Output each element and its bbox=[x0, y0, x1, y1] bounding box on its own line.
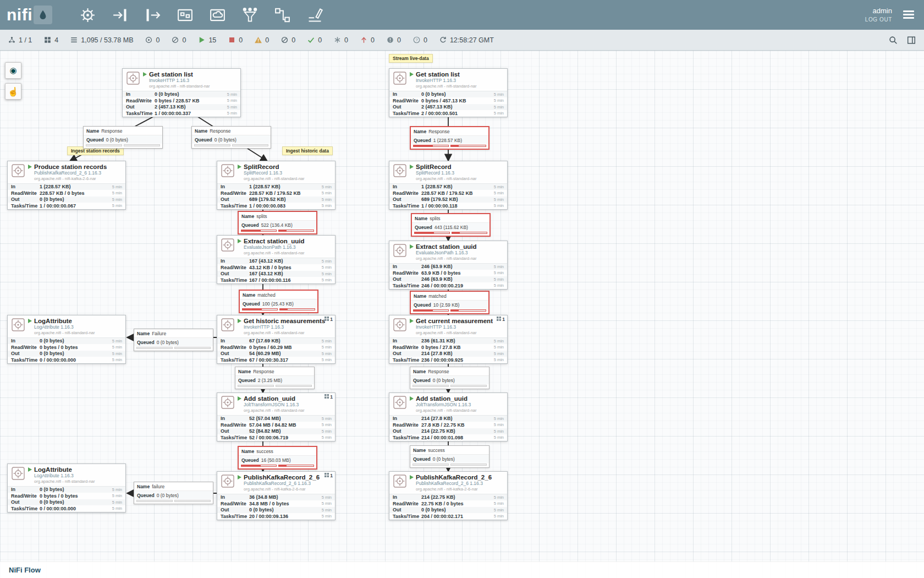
connection-label[interactable]: Name matched Queued 100 (25.43 KB) bbox=[239, 290, 318, 313]
processor-titles: Get current measurement InvokeHTTP 1.16.… bbox=[410, 318, 504, 335]
logout-link[interactable]: LOG OUT bbox=[865, 16, 892, 23]
connection-name-key: Name bbox=[238, 369, 251, 374]
stat-row: Tasks/Time167 / 00:00:00.1165 min bbox=[217, 277, 335, 283]
processor-type-icon bbox=[11, 466, 25, 481]
connection-queued-row: Queued 0 (0 bytes) bbox=[134, 337, 213, 346]
canvas-label[interactable]: Ingest historic data bbox=[282, 146, 333, 155]
connection-label[interactable]: Name Response Queued 0 (0 bytes) bbox=[191, 126, 271, 149]
canvas-label[interactable]: Stream live-data bbox=[389, 54, 433, 63]
processor-name: Produce station records bbox=[34, 163, 107, 170]
output-port-icon[interactable] bbox=[144, 6, 162, 24]
search-icon[interactable] bbox=[888, 35, 898, 45]
connection-label[interactable]: Name splits Queued 443 (115.62 KB) bbox=[411, 213, 491, 237]
stat-value: 2 / 00:00:00.501 bbox=[421, 111, 492, 116]
stat-value: 1 (228.57 KB) bbox=[40, 184, 110, 189]
backpressure-object-bar bbox=[136, 500, 173, 502]
processor-stats: In1 (228.57 KB)5 minRead/Write228.57 KB … bbox=[8, 183, 125, 209]
processor[interactable]: 1 Add station_uuid JoltTransformJSON 1.1… bbox=[217, 392, 336, 441]
stat-value: 63.9 KB / 0 bytes bbox=[421, 270, 492, 276]
connection-queued-row: Queued 0 (0 bytes) bbox=[410, 454, 489, 463]
stat-label: Tasks/Time bbox=[221, 435, 249, 440]
backpressure-size-bar bbox=[174, 347, 211, 349]
operate-palette-button[interactable]: ☝ bbox=[5, 83, 21, 100]
processor[interactable]: 1 PublishKafkaRecord_2_6 PublishKafkaRec… bbox=[217, 471, 336, 520]
navigate-palette-button[interactable]: ◉ bbox=[5, 62, 21, 79]
sync-failure-icon: ? bbox=[413, 36, 421, 44]
processor-icon[interactable] bbox=[79, 6, 97, 24]
nifi-app: nifi admin LOG OUT 1 / 141,095 / 53.78 M… bbox=[0, 0, 924, 578]
processor[interactable]: Get station list InvokeHTTP 1.16.3 org.a… bbox=[122, 68, 241, 117]
processor[interactable]: Extract station_uuid EvaluateJsonPath 1.… bbox=[217, 235, 336, 284]
stat-value: 1 (228.57 KB) bbox=[249, 184, 320, 189]
connection-name-row: Name failure bbox=[134, 482, 213, 490]
transmitting-icon bbox=[145, 36, 153, 44]
status-value-locally-modified-stale: 0 bbox=[397, 36, 401, 44]
backpressure-bars bbox=[134, 346, 213, 351]
process-group-icon[interactable] bbox=[176, 6, 194, 24]
input-port-icon[interactable] bbox=[111, 6, 129, 24]
status-item-active-threads: 4 bbox=[43, 36, 58, 44]
connection-queued: 0 (0 bytes) bbox=[157, 340, 179, 345]
stat-window: 5 min bbox=[322, 339, 332, 343]
stat-label: In bbox=[393, 416, 421, 421]
connection-label[interactable]: Name success Queued 16 (50.03 MB) bbox=[238, 446, 317, 470]
stat-label: Read/Write bbox=[11, 190, 40, 196]
connection-label[interactable]: Name Response Queued 0 (0 bytes) bbox=[83, 126, 163, 149]
connection-queued-row: Queued 0 (0 bytes) bbox=[134, 490, 213, 499]
processor[interactable]: PublishKafkaRecord_2_6 PublishKafkaRecor… bbox=[389, 471, 508, 520]
stat-row: Read/Write34.8 MB / 0 bytes5 min bbox=[217, 500, 335, 507]
stat-row: In1 (228.57 KB)5 min bbox=[8, 184, 125, 190]
connection-label[interactable]: Name Response Queued 1 (228.57 KB) bbox=[410, 126, 490, 150]
connection-queued-key: Queued bbox=[241, 457, 259, 463]
connection-label[interactable]: Name failure Queued 0 (0 bytes) bbox=[134, 482, 213, 504]
current-user: admin bbox=[865, 7, 892, 16]
processor[interactable]: Add station_uuid JoltTransformJSON 1.16.… bbox=[389, 392, 508, 441]
stat-value: 67 (17.69 KB) bbox=[249, 338, 320, 343]
template-icon[interactable] bbox=[273, 6, 292, 24]
locally-modified-icon bbox=[333, 36, 342, 44]
refresh-icon bbox=[439, 36, 447, 44]
connection-label[interactable]: Name Response Queued 2 (3.25 MB) bbox=[235, 367, 315, 389]
funnel-icon[interactable] bbox=[241, 6, 259, 24]
stat-window: 5 min bbox=[112, 500, 122, 505]
processor[interactable]: SplitRecord SplitRecord 1.16.3 org.apach… bbox=[217, 161, 336, 210]
stat-row: In0 (0 bytes)5 min bbox=[123, 91, 240, 98]
stat-row: Out0 (0 bytes)5 min bbox=[8, 351, 125, 357]
processor-titles: Extract station_uuid EvaluateJsonPath 1.… bbox=[238, 238, 332, 255]
connection-label[interactable]: Name Response Queued 0 (0 bytes) bbox=[410, 367, 490, 389]
stat-window: 5 min bbox=[494, 197, 504, 202]
backpressure-bars bbox=[411, 144, 488, 149]
stat-value: 0 (0 bytes) bbox=[421, 507, 492, 512]
status-value-sync-failure: 0 bbox=[424, 36, 427, 44]
remote-process-group-icon[interactable] bbox=[208, 6, 227, 24]
stat-window: 5 min bbox=[494, 514, 504, 519]
connection-queued: 2 (3.25 MB) bbox=[258, 378, 282, 383]
connection-label[interactable]: Name splits Queued 522 (136.4 KB) bbox=[238, 211, 317, 235]
connection-label[interactable]: Name matched Queued 10 (2.59 KB) bbox=[410, 291, 490, 314]
global-menu-button[interactable] bbox=[901, 8, 916, 21]
processor[interactable]: LogAttribute LogAttribute 1.16.3 org.apa… bbox=[7, 464, 126, 512]
connection-label[interactable]: Name success Queued 0 (0 bytes) bbox=[410, 445, 490, 468]
stat-row: Read/Write228.57 KB / 179.52 KB5 min bbox=[389, 190, 507, 197]
stat-value: 27.8 KB / 22.75 KB bbox=[421, 422, 492, 428]
run-status-running-icon bbox=[28, 319, 32, 323]
stat-label: Tasks/Time bbox=[126, 111, 155, 116]
panel-toggle-icon[interactable] bbox=[906, 35, 916, 45]
processor[interactable]: SplitRecord SplitRecord 1.16.3 org.apach… bbox=[389, 161, 508, 210]
connection-queued-key: Queued bbox=[413, 456, 431, 462]
status-item-locally-modified: 0 bbox=[333, 36, 348, 44]
processor[interactable]: Produce station records PublishKafkaReco… bbox=[7, 161, 126, 210]
processor[interactable]: 1 Get current measurement InvokeHTTP 1.1… bbox=[389, 315, 508, 364]
label-icon[interactable] bbox=[306, 6, 324, 24]
processor[interactable]: LogAttribute LogAttribute 1.16.3 org.apa… bbox=[7, 315, 126, 364]
processor[interactable]: 1 Get historic measurements InvokeHTTP 1… bbox=[217, 315, 336, 364]
backpressure-object-bar bbox=[413, 385, 449, 387]
processor[interactable]: Get station list InvokeHTTP 1.16.3 org.a… bbox=[389, 68, 508, 117]
flow-canvas[interactable]: Ingest station recordsIngest historic da… bbox=[0, 51, 924, 578]
connection-queued-row: Queued 0 (0 bytes) bbox=[410, 375, 489, 384]
connection-name-key: Name bbox=[243, 292, 255, 298]
connection-label[interactable]: Name Failure Queued 0 (0 bytes) bbox=[134, 329, 213, 351]
processor[interactable]: Extract station_uuid EvaluateJsonPath 1.… bbox=[389, 241, 508, 290]
breadcrumb-root[interactable]: NiFi Flow bbox=[9, 566, 41, 574]
processor-header: SplitRecord SplitRecord 1.16.3 org.apach… bbox=[217, 161, 335, 182]
